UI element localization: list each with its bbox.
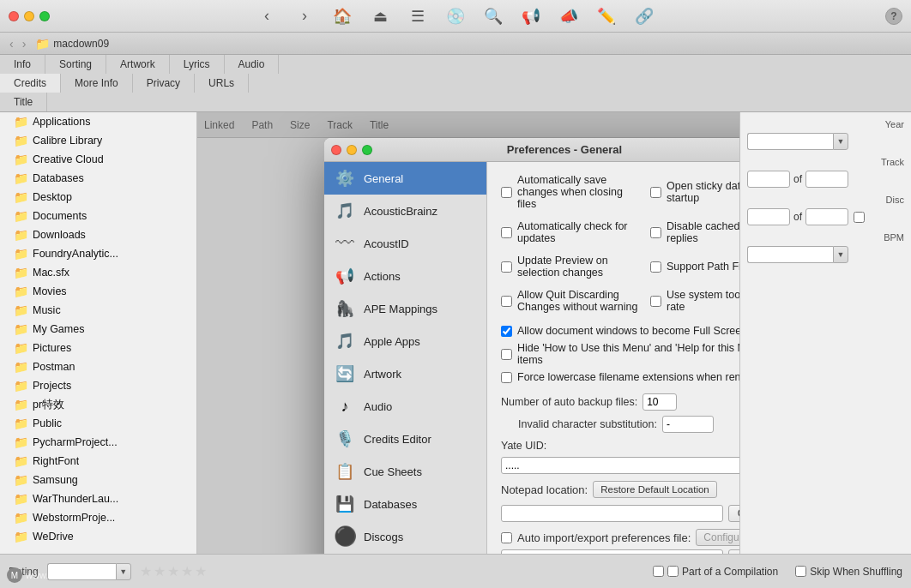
sidebar-item-projects[interactable]: 📁 Projects [0, 376, 196, 395]
import-path-input[interactable] [501, 549, 723, 554]
tab-audio[interactable]: Audio [225, 55, 280, 74]
pref-minimize-button[interactable] [347, 145, 357, 155]
sidebar-item-rightfont[interactable]: 📁 RightFont [0, 452, 196, 471]
open-sticky-checkbox[interactable] [650, 187, 661, 198]
home-icon[interactable]: 🏠 [330, 4, 354, 28]
forward-icon[interactable]: › [293, 4, 317, 28]
track-total-input[interactable] [805, 171, 848, 188]
shuffle-checkbox[interactable] [795, 566, 806, 577]
sidebar-item-documents[interactable]: 📁 Documents [0, 207, 196, 225]
allow-fullscreen-checkbox[interactable] [501, 326, 512, 337]
pref-item-audio[interactable]: ♪ Audio [324, 390, 486, 423]
hide-menu-checkbox[interactable] [501, 349, 512, 360]
configure-button[interactable]: Configure... [696, 529, 739, 546]
pref-item-discogs[interactable]: ⚫ Discogs [324, 520, 486, 553]
pref-item-acousticbrainz[interactable]: 🎵 AcousticBrainz [324, 195, 486, 227]
sidebar-item-pycharm[interactable]: 📁 PycharmProject... [0, 433, 196, 452]
megaphone-icon[interactable]: 📢 [519, 4, 543, 28]
allow-quit-checkbox[interactable] [501, 296, 512, 307]
restore-default-button[interactable]: Restore Default Location [593, 481, 717, 498]
pref-item-acoustid[interactable]: 〰 AcoustID [324, 227, 486, 260]
pref-item-artwork[interactable]: 🔄 Artwork [324, 357, 486, 390]
edit-icon[interactable]: ✏️ [594, 4, 618, 28]
sidebar-item-wedrive[interactable]: 📁 WeDrive [0, 527, 196, 546]
disc-checkbox[interactable] [854, 212, 865, 223]
close-button[interactable] [9, 11, 19, 21]
tab-sorting[interactable]: Sorting [45, 55, 106, 74]
pref-item-ape-mappings[interactable]: 🦍 APE Mappings [324, 292, 486, 325]
auto-backup-input[interactable] [643, 393, 677, 411]
minimize-button[interactable] [24, 11, 34, 21]
zoom-in-icon[interactable]: 🔍 [481, 4, 505, 28]
sidebar-item-music[interactable]: 📁 Music [0, 301, 196, 320]
update-preview-checkbox[interactable] [501, 261, 512, 273]
sidebar-item-mac-sfx[interactable]: 📁 Mac.sfx [0, 263, 196, 282]
year-input[interactable] [747, 133, 833, 150]
pref-maximize-button[interactable] [362, 145, 372, 155]
pref-item-exceptions[interactable]: ⚠️ Exceptions [324, 553, 486, 554]
sidebar-item-calibre[interactable]: 📁 Calibre Library [0, 131, 196, 150]
sidebar-item-pr[interactable]: 📁 pr特效 [0, 395, 196, 414]
eject-icon[interactable]: ⏏ [368, 4, 392, 28]
sidebar-item-my-games[interactable]: 📁 My Games [0, 320, 196, 339]
nav-back-arrow[interactable]: ‹ [7, 37, 16, 51]
disk-icon[interactable]: 💿 [443, 4, 468, 28]
compilation-checkbox-2[interactable] [667, 566, 679, 577]
list-icon[interactable]: ☰ [406, 4, 430, 28]
sidebar-item-postman[interactable]: 📁 Postman [0, 357, 196, 376]
yate-uid-input[interactable] [501, 457, 739, 474]
tab-more-info[interactable]: More Info [61, 74, 133, 93]
pref-item-apple-apps[interactable]: 🎵 Apple Apps [324, 325, 486, 357]
sidebar-item-databases[interactable]: 📁 Databases [0, 169, 196, 188]
nav-forward-arrow[interactable]: › [20, 37, 29, 51]
sidebar-item-desktop[interactable]: 📁 Desktop [0, 188, 196, 207]
tab-info[interactable]: Info [0, 55, 45, 74]
back-icon[interactable]: ‹ [255, 4, 279, 28]
sidebar-item-webstorm[interactable]: 📁 WebstormProje... [0, 508, 196, 527]
use-tooltip-checkbox[interactable] [650, 296, 661, 307]
disable-cached-checkbox[interactable] [650, 227, 661, 238]
choose-button-2[interactable]: Choose... [728, 549, 739, 554]
disc-input[interactable] [747, 208, 790, 225]
pref-item-general[interactable]: ⚙️ General [324, 162, 486, 195]
bpm-input[interactable] [747, 246, 833, 263]
tab-privacy[interactable]: Privacy [133, 74, 195, 93]
sidebar-item-applications[interactable]: 📁 Applications [0, 112, 196, 131]
sidebar-item-movies[interactable]: 📁 Movies [0, 282, 196, 301]
maximize-button[interactable] [39, 11, 50, 21]
auto-import-checkbox[interactable] [501, 532, 512, 543]
support-path-checkbox[interactable] [650, 261, 661, 273]
rating-dropdown[interactable]: ▼ [116, 563, 131, 580]
disc-total-input[interactable] [805, 208, 848, 225]
tab-artwork[interactable]: Artwork [106, 55, 170, 74]
sidebar-item-pictures[interactable]: 📁 Pictures [0, 339, 196, 357]
tab-title[interactable]: Title [0, 93, 47, 111]
link-icon[interactable]: 🔗 [632, 4, 656, 28]
invalid-char-input[interactable] [662, 416, 714, 433]
sidebar-item-foundry[interactable]: 📁 FoundryAnalytic... [0, 244, 196, 263]
auto-check-checkbox[interactable] [501, 227, 512, 238]
megaphone2-icon[interactable]: 📣 [557, 4, 581, 28]
help-button[interactable]: ? [885, 8, 902, 25]
pref-close-button[interactable] [331, 145, 341, 155]
sidebar-item-downloads[interactable]: 📁 Downloads [0, 225, 196, 244]
pref-item-actions[interactable]: 📢 Actions [324, 260, 486, 292]
pref-item-databases[interactable]: 💾 Databases [324, 488, 486, 520]
year-dropdown[interactable]: ▼ [833, 133, 848, 150]
auto-save-checkbox[interactable] [501, 187, 512, 198]
force-lowercase-checkbox[interactable] [501, 372, 512, 383]
choose-button-1[interactable]: Choose... [728, 505, 739, 522]
sidebar-item-warthunder[interactable]: 📁 WarThunderLau... [0, 489, 196, 508]
bpm-dropdown[interactable]: ▼ [833, 246, 848, 263]
sidebar-item-samsung[interactable]: 📁 Samsung [0, 471, 196, 489]
tab-lyrics[interactable]: Lyrics [170, 55, 225, 74]
compilation-checkbox[interactable] [653, 566, 664, 577]
sidebar-item-creative-cloud[interactable]: 📁 Creative Cloud [0, 150, 196, 169]
track-input[interactable] [747, 171, 790, 188]
notepad-path-input[interactable] [501, 505, 723, 522]
tab-urls[interactable]: URLs [195, 74, 249, 93]
tab-credits[interactable]: Credits [0, 74, 61, 93]
sidebar-item-public[interactable]: 📁 Public [0, 414, 196, 433]
pref-item-cue-sheets[interactable]: 📋 Cue Sheets [324, 455, 486, 488]
pref-item-credits-editor[interactable]: 🎙️ Credits Editor [324, 423, 486, 455]
